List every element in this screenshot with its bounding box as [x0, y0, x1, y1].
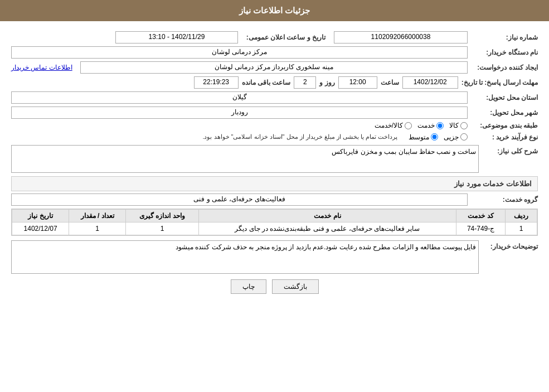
reply-days-label: روز و — [319, 79, 334, 86]
col-header-unit: واحد اندازه گیری — [126, 210, 199, 222]
col-header-row: ردیف — [506, 210, 537, 222]
purchase-type-notice: پرداخت تمام یا بخشی از مبلغ خریدار از مح… — [200, 132, 400, 142]
reply-date-value: 1402/12/02 — [402, 76, 458, 89]
services-table-container: ردیف کد خدمت نام خدمت واحد اندازه گیری ت… — [11, 209, 538, 236]
col-header-quantity: تعداد / مقدار — [69, 210, 126, 222]
city-label: شهر محل تحویل: — [471, 109, 538, 117]
cell-unit: 1 — [126, 222, 199, 235]
announcement-date-label: تاریخ و ساعت اعلان عمومی: — [241, 33, 331, 41]
cell-code: ج-749-74 — [456, 222, 506, 235]
purchase-type-radio-group: جزیی متوسط — [409, 133, 468, 141]
city-value: رودبار — [11, 107, 468, 119]
reply-deadline-label: مهلت ارسال پاسخ: تا تاریخ: — [461, 79, 538, 86]
services-table: ردیف کد خدمت نام خدمت واحد اندازه گیری ت… — [12, 209, 537, 235]
need-number-value: 1102092066000038 — [334, 31, 468, 43]
announcement-date-value: 1402/11/29 - 13:10 — [115, 31, 238, 43]
back-button[interactable]: بازگشت — [272, 279, 319, 294]
need-number-label: شماره نیاز: — [471, 33, 538, 41]
description-textarea[interactable]: ساخت و نصب حفاظ سایبان بمب و مخزن فایربا… — [11, 145, 479, 173]
buyer-notes-label: توضیحات خریدار: — [482, 240, 538, 250]
category-option-kala[interactable]: کالا — [449, 122, 468, 129]
services-section-title: اطلاعات خدمات مورد نیاز — [11, 176, 538, 191]
buyer-station-label: نام دستگاه خریدار: — [471, 49, 538, 56]
requester-label: ایجاد کننده درخواست: — [471, 64, 538, 71]
page-title: جزئیات اطلاعات نیاز — [0, 0, 549, 21]
print-button[interactable]: چاپ — [231, 279, 266, 294]
service-group-value: فعالیت‌های حرفه‌ای، علمی و فنی — [11, 193, 468, 206]
buyer-notes-textarea[interactable]: فایل پیوست مطالعه و الزامات مطرح شده رعا… — [11, 240, 479, 274]
col-header-name: نام خدمت — [198, 210, 456, 222]
reply-remaining-value: 22:19:23 — [194, 76, 239, 89]
reply-time-value: 12:00 — [338, 76, 377, 89]
requester-value: مینه سلخوری کاربرداز مرکز درمانی لوشان — [80, 61, 468, 74]
cell-name: سایر فعالیت‌های حرفه‌ای، علمی و فنی طبقه… — [198, 222, 456, 235]
buyer-station-value: مرکز درمانی لوشان — [11, 46, 468, 59]
category-option-khedmat[interactable]: خدمت — [417, 122, 444, 129]
service-group-label: گروه خدمت: — [471, 196, 538, 204]
cell-quantity: 1 — [69, 222, 126, 235]
reply-days-value: 2 — [294, 76, 316, 89]
purchase-type-motavasset[interactable]: متوسط — [409, 133, 438, 141]
purchase-type-label: نوع فرآیند خرید : — [471, 133, 538, 141]
category-label: طبقه بندی موضوعی: — [471, 122, 538, 129]
category-option-kala-khedmat[interactable]: کالا/خدمت — [375, 122, 412, 129]
province-label: استان محل تحویل: — [471, 94, 538, 101]
col-header-date: تاریخ نیاز — [12, 210, 69, 222]
category-radio-group: کالا خدمت کالا/خدمت — [375, 122, 468, 129]
cell-date: 1402/12/07 — [12, 222, 69, 235]
col-header-code: کد خدمت — [456, 210, 506, 222]
purchase-type-jozi[interactable]: جزیی — [444, 133, 468, 141]
province-value: گیلان — [11, 91, 468, 104]
reply-remaining-label: ساعت باقی مانده — [242, 79, 291, 86]
contact-link[interactable]: اطلاعات تماس خریدار — [11, 64, 72, 71]
description-label: شرح کلی نیاز: — [482, 145, 538, 155]
reply-time-label: ساعت — [381, 79, 399, 86]
table-row: 1 ج-749-74 سایر فعالیت‌های حرفه‌ای، علمی… — [12, 222, 537, 235]
cell-row: 1 — [506, 222, 537, 235]
buttons-row: بازگشت چاپ — [11, 279, 538, 294]
